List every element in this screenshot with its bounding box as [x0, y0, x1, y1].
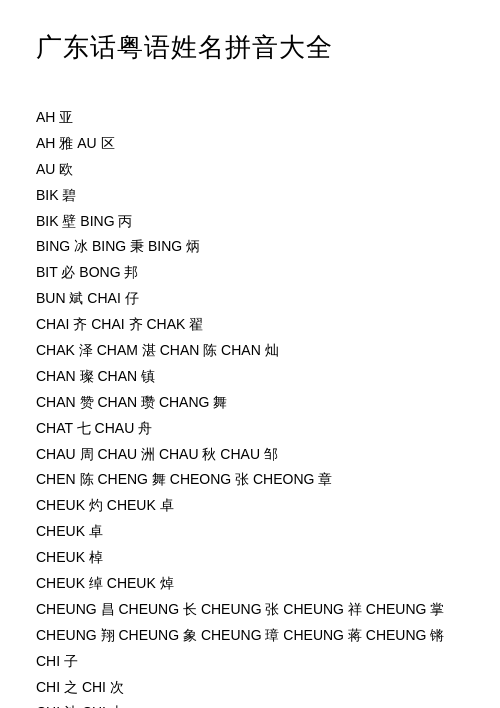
list-item: CHEUK 卓	[36, 519, 464, 545]
list-item: CHAK 泽 CHAM 湛 CHAN 陈 CHAN 灿	[36, 338, 464, 364]
page-title: 广东话粤语姓名拼音大全	[36, 30, 464, 65]
list-item: CHEN 陈 CHENG 舞 CHEONG 张 CHEONG 章	[36, 467, 464, 493]
list-item: CHAI 齐 CHAI 齐 CHAK 翟	[36, 312, 464, 338]
list-item: BUN 斌 CHAI 仔	[36, 286, 464, 312]
list-item: BIT 必 BONG 邦	[36, 260, 464, 286]
list-item: CHI 池 CHI 志	[36, 700, 464, 708]
list-item: BING 冰 BING 秉 BING 炳	[36, 234, 464, 260]
list-item: CHAT 七 CHAU 舟	[36, 416, 464, 442]
list-item: AU 欧	[36, 157, 464, 183]
list-item: BIK 壁 BING 丙	[36, 209, 464, 235]
list-item: CHEUK 棹	[36, 545, 464, 571]
list-item: CHAN 赞 CHAN 瓒 CHANG 舞	[36, 390, 464, 416]
list-item: CHI 之 CHI 次	[36, 675, 464, 701]
list-item: CHEUK 灼 CHEUK 卓	[36, 493, 464, 519]
list-item: CHAN 璨 CHAN 镇	[36, 364, 464, 390]
list-item: CHEUK 绰 CHEUK 焯	[36, 571, 464, 597]
list-item: CHAU 周 CHAU 洲 CHAU 秋 CHAU 邹	[36, 442, 464, 468]
content-area: AH 亚AH 雅 AU 区AU 欧BIK 碧BIK 壁 BING 丙BING 冰…	[36, 105, 464, 708]
list-item: AH 亚	[36, 105, 464, 131]
list-item: CHEUNG 昌 CHEUNG 长 CHEUNG 张 CHEUNG 祥 CHEU…	[36, 597, 464, 623]
list-item: CHEUNG 翔 CHEUNG 象 CHEUNG 璋 CHEUNG 蒋 CHEU…	[36, 623, 464, 675]
list-item: BIK 碧	[36, 183, 464, 209]
list-item: AH 雅 AU 区	[36, 131, 464, 157]
